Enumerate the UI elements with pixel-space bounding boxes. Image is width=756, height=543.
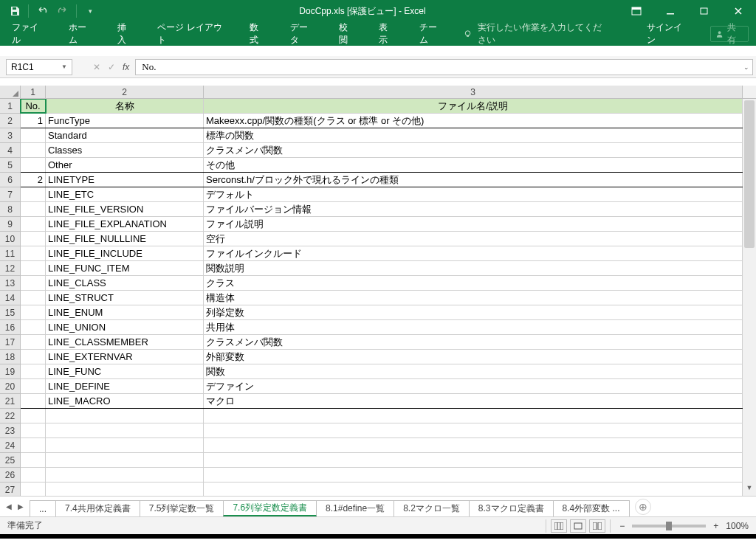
tab-insert[interactable]: 挿入	[113, 17, 139, 51]
enter-icon[interactable]: ✓	[108, 62, 115, 72]
row-header[interactable]: 21	[0, 394, 20, 409]
zoom-out-button[interactable]: −	[619, 521, 625, 531]
cancel-icon[interactable]: ✕	[93, 62, 100, 72]
cell[interactable]	[204, 423, 743, 437]
cell[interactable]: 名称	[46, 99, 204, 113]
cell[interactable]: LINE_CLASS	[46, 276, 204, 290]
select-all-corner[interactable]	[0, 86, 21, 98]
cell[interactable]: クラスメンバ関数	[204, 143, 743, 157]
cell[interactable]: LINE_FUNC	[46, 364, 204, 378]
tab-nav-next-icon[interactable]: ▶	[16, 501, 25, 512]
cell[interactable]	[21, 335, 46, 349]
cell[interactable]: FuncType	[46, 114, 204, 128]
cell[interactable]: LINE_FILE_NULLLINE	[46, 232, 204, 246]
cell[interactable]	[21, 158, 46, 172]
view-normal-icon[interactable]	[551, 519, 567, 533]
row-header[interactable]: 6	[0, 173, 20, 187]
cell[interactable]	[46, 409, 204, 423]
cell[interactable]	[21, 320, 46, 334]
cell[interactable]	[21, 246, 46, 260]
cell[interactable]: ファイルバージョン情報	[204, 202, 743, 216]
row-header[interactable]: 26	[0, 468, 20, 483]
cell[interactable]: Standard	[46, 128, 204, 142]
cell[interactable]: LINE_FILE_INCLUDE	[46, 246, 204, 260]
maximize-icon[interactable]	[688, 1, 721, 21]
row-header[interactable]: 22	[0, 409, 20, 423]
cell[interactable]: 関数説明	[204, 261, 743, 275]
minimize-icon[interactable]	[654, 1, 687, 21]
row-header[interactable]: 23	[0, 423, 20, 438]
cell[interactable]: LINE_ETC	[46, 187, 204, 201]
cell[interactable]: Serconst.h/ブロック外で現れるラインの種類	[204, 173, 743, 187]
cell[interactable]: LINE_MACRO	[46, 394, 204, 408]
cell[interactable]	[204, 468, 743, 482]
row-header[interactable]: 19	[0, 364, 20, 379]
cell[interactable]: LINE_CLASSMEMBER	[46, 335, 204, 349]
row-header[interactable]: 12	[0, 261, 20, 276]
tab-data[interactable]: データ	[286, 17, 320, 51]
cell[interactable]	[204, 483, 743, 496]
cell[interactable]: LINE_DEFINE	[46, 379, 204, 393]
cell[interactable]: LINE_FILE_VERSION	[46, 202, 204, 216]
cell[interactable]: 空行	[204, 232, 743, 246]
cell[interactable]: 1	[21, 114, 46, 128]
cell[interactable]: ファイルインクルード	[204, 246, 743, 260]
cell[interactable]: ファイル名/説明	[204, 99, 743, 113]
row-header[interactable]: 10	[0, 232, 20, 246]
cell[interactable]	[46, 423, 204, 437]
close-icon[interactable]	[722, 1, 755, 21]
cell[interactable]: LINE_EXTERNVAR	[46, 350, 204, 364]
cell[interactable]	[21, 143, 46, 157]
cell[interactable]: LINETYPE	[46, 173, 204, 187]
zoom-in-button[interactable]: +	[713, 521, 718, 531]
cell[interactable]	[21, 305, 46, 319]
row-header[interactable]: 2	[0, 114, 20, 128]
cell[interactable]	[46, 468, 204, 482]
cell[interactable]	[21, 379, 46, 393]
sheet-tab[interactable]: 8.4外部変数 ...	[553, 500, 630, 516]
cell[interactable]: Classes	[46, 143, 204, 157]
cell[interactable]	[21, 291, 46, 305]
cell[interactable]: LINE_UNION	[46, 320, 204, 334]
col-header[interactable]: 1	[21, 86, 46, 98]
cell[interactable]	[21, 453, 46, 467]
tab-home[interactable]: ホーム	[64, 17, 98, 51]
cell[interactable]: Other	[46, 158, 204, 172]
cell[interactable]	[21, 468, 46, 482]
cell[interactable]	[46, 483, 204, 496]
ribbon-options-icon[interactable]	[620, 1, 653, 21]
sheet-tab[interactable]: 8.2マクロ一覧	[394, 500, 470, 516]
tab-view[interactable]: 表示	[374, 17, 400, 51]
cell[interactable]	[204, 438, 743, 452]
row-header[interactable]: 1	[0, 99, 20, 114]
cell[interactable]	[21, 187, 46, 201]
row-header[interactable]: 14	[0, 291, 20, 305]
view-page-layout-icon[interactable]	[570, 519, 586, 533]
name-box[interactable]: R1C1 ▼	[6, 59, 72, 75]
share-button[interactable]: 共有	[710, 26, 749, 42]
cell[interactable]	[46, 438, 204, 452]
row-header[interactable]: 11	[0, 246, 20, 261]
cell[interactable]	[21, 364, 46, 378]
col-header[interactable]: 3	[204, 86, 743, 98]
cell[interactable]: LINE_FILE_EXPLANATION	[46, 217, 204, 231]
cell[interactable]: Makeexx.cpp/関数の種類(クラス or 標準 or その他)	[204, 114, 743, 128]
cell[interactable]: LINE_ENUM	[46, 305, 204, 319]
sheet-tab[interactable]: 8.3マクロ定義書	[469, 500, 554, 516]
signin-link[interactable]: サインイン	[639, 21, 695, 46]
tab-nav[interactable]: ◀ ▶	[0, 501, 30, 512]
cell[interactable]	[21, 409, 46, 423]
cell[interactable]: 2	[21, 173, 46, 187]
cell[interactable]	[21, 232, 46, 246]
cell[interactable]: クラス	[204, 276, 743, 290]
cell[interactable]	[21, 261, 46, 275]
tab-review[interactable]: 校閲	[334, 17, 360, 51]
cell[interactable]	[21, 128, 46, 142]
cell[interactable]: 列挙定数	[204, 305, 743, 319]
add-sheet-button[interactable]: ⊕	[635, 499, 651, 515]
tab-nav-prev-icon[interactable]: ◀	[4, 501, 13, 512]
cell[interactable]	[204, 453, 743, 467]
row-header[interactable]: 24	[0, 438, 20, 453]
cell[interactable]	[21, 202, 46, 216]
vertical-scrollbar[interactable]: ▼	[743, 99, 756, 496]
